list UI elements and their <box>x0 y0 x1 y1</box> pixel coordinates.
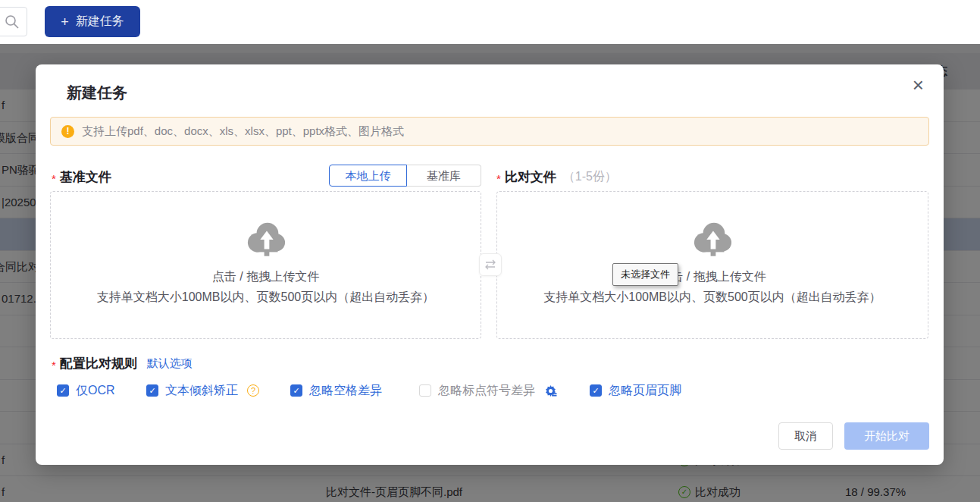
tab-base-library[interactable]: 基准库 <box>407 165 481 187</box>
format-alert-text: 支持上传pdf、doc、docx、xls、xlsx、ppt、pptx格式、图片格… <box>82 124 404 139</box>
upload-cloud-icon <box>51 221 481 262</box>
modal-footer: 取消 开始比对 <box>778 422 929 450</box>
search-icon <box>5 14 20 30</box>
compare-file-count-hint: （1-5份） <box>563 169 617 185</box>
checkbox-label: 忽略标点符号差异 <box>438 383 535 399</box>
required-mark: * <box>52 172 56 185</box>
required-mark: * <box>52 359 56 372</box>
checkbox-checked-icon[interactable] <box>57 384 69 397</box>
checkbox-ignore-space-diff[interactable]: 忽略空格差异 <box>290 381 382 400</box>
swap-icon <box>484 259 496 270</box>
plus-icon: + <box>61 15 69 29</box>
format-alert: ! 支持上传pdf、doc、docx、xls、xlsx、ppt、pptx格式、图… <box>50 117 929 146</box>
checkbox-checked-icon[interactable] <box>290 384 302 397</box>
compare-file-dropzone[interactable]: 点击 / 拖拽上传文件 支持单文档大小100MB以内、页数500页以内（超出自动… <box>496 191 928 339</box>
new-task-button[interactable]: + 新建任务 <box>45 6 140 37</box>
rules-label: 配置比对规则 <box>60 355 137 372</box>
new-task-modal: 新建任务 × ! 支持上传pdf、doc、docx、xls、xlsx、ppt、p… <box>36 64 944 465</box>
checkbox-label: 仅OCR <box>76 383 115 399</box>
checkbox-ignore-punctuation-diff[interactable]: 忽略标点符号差异 <box>419 381 557 400</box>
file-input-tooltip: 未选择文件 <box>612 263 678 286</box>
upload-hint-line2: 支持单文档大小100MB以内、页数500页以内（超出自动丢弃） <box>497 290 928 306</box>
base-file-dropzone[interactable]: 点击 / 拖拽上传文件 支持单文档大小100MB以内、页数500页以内（超出自动… <box>50 191 481 339</box>
checkbox-label: 忽略空格差异 <box>309 383 382 399</box>
checkbox-ignore-header-footer[interactable]: 忽略页眉页脚 <box>590 381 681 400</box>
start-compare-button[interactable]: 开始比对 <box>844 422 929 450</box>
checkbox-checked-icon[interactable] <box>146 384 158 397</box>
upload-hint-line1: 点击 / 拖拽上传文件 <box>51 269 481 285</box>
base-file-section-title: * 基准文件 <box>52 168 111 186</box>
warning-icon: ! <box>61 125 74 138</box>
swap-files-button[interactable] <box>479 253 502 276</box>
base-file-label: 基准文件 <box>60 168 111 186</box>
compare-file-section-title: * 比对文件 （1-5份） <box>496 168 617 186</box>
close-icon[interactable]: × <box>913 75 924 95</box>
default-options-link[interactable]: 默认选项 <box>147 356 193 371</box>
checkbox-ocr-only[interactable]: 仅OCR <box>57 381 115 400</box>
upload-cloud-icon <box>497 221 928 262</box>
rules-section-title: * 配置比对规则 默认选项 <box>52 355 193 372</box>
required-mark: * <box>496 172 501 185</box>
upload-hint-line1: 点击 / 拖拽上传文件 <box>497 269 928 285</box>
source-tabs: 本地上传 基准库 <box>329 165 481 187</box>
search-box[interactable] <box>0 7 27 36</box>
checkbox-checked-icon[interactable] <box>590 384 602 397</box>
checkbox-label: 文本倾斜矫正 <box>165 383 238 399</box>
punctuation-settings-gear-icon[interactable] <box>544 384 557 397</box>
app-screen: + 新建任务 比对文件 比对结果状态 f 模版合同 PN骆驼 |20250 合同… <box>0 0 980 502</box>
checkbox-text-skew-correction[interactable]: 文本倾斜矫正 ? <box>146 381 259 400</box>
compare-file-label: 比对文件 <box>505 168 556 186</box>
checkbox-unchecked-icon[interactable] <box>419 384 431 397</box>
help-icon[interactable]: ? <box>247 384 259 397</box>
tab-local-upload[interactable]: 本地上传 <box>329 165 407 187</box>
new-task-button-label: 新建任务 <box>76 14 124 30</box>
upload-hint-line2: 支持单文档大小100MB以内、页数500页以内（超出自动丢弃） <box>51 290 481 306</box>
cancel-button[interactable]: 取消 <box>778 422 833 450</box>
checkbox-label: 忽略页眉页脚 <box>609 383 681 399</box>
modal-title: 新建任务 <box>67 83 127 103</box>
toolbar: + 新建任务 <box>0 0 980 44</box>
